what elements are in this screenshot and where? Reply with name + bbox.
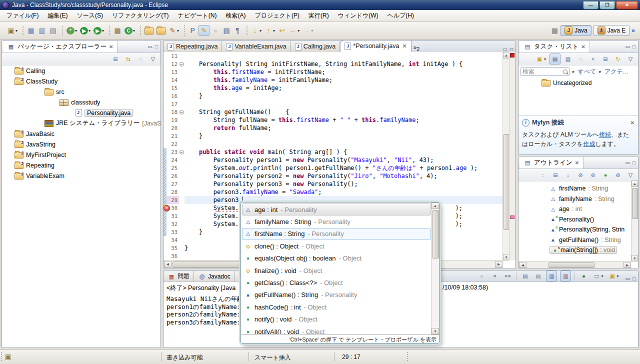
last-edit-location-icon[interactable]: ↩ bbox=[277, 26, 287, 36]
dropdown-arrow-icon[interactable]: ▾ bbox=[88, 28, 90, 33]
dropdown-arrow-icon[interactable]: ▾ bbox=[273, 28, 275, 33]
hide-static-members-icon[interactable]: ⊘ bbox=[588, 170, 598, 180]
scheduled-view-icon[interactable]: ▥ bbox=[563, 54, 573, 64]
outline-item[interactable]: ▲getFullName() : String bbox=[518, 235, 638, 246]
proposal-item[interactable]: △firstName : String - Personality bbox=[242, 228, 431, 240]
tree-item[interactable]: JVariableExam bbox=[2, 170, 160, 181]
link-with-editor-icon[interactable]: ⇆ bbox=[123, 54, 133, 64]
menu-item[interactable]: 検索(A) bbox=[221, 10, 250, 22]
tree-item[interactable]: J▲MyFirstProject bbox=[2, 150, 160, 160]
scroll-left-icon[interactable]: ◄ bbox=[519, 262, 526, 268]
view-menu-icon[interactable]: ▽ bbox=[626, 170, 636, 180]
save-icon[interactable]: ▦ bbox=[26, 26, 36, 36]
editor-tab[interactable]: JCalling.java bbox=[291, 41, 340, 52]
restore-button[interactable]: ❐ bbox=[600, 1, 615, 10]
console-tab[interactable]: @Javadoc bbox=[194, 271, 235, 282]
dropdown-arrow-icon[interactable]: ▾ bbox=[260, 28, 262, 33]
close-view-icon[interactable]: ✕ bbox=[109, 44, 113, 50]
externalize-strings-icon[interactable]: P bbox=[188, 26, 198, 36]
scroll-down-icon[interactable]: ▼ bbox=[432, 328, 439, 334]
overview-ruler[interactable] bbox=[509, 52, 516, 260]
run-external-tools-icon[interactable]: ▶▾ bbox=[92, 26, 105, 36]
focus-icon[interactable]: :: bbox=[576, 54, 586, 64]
outline-horizontal-scrollbar[interactable]: ◄ ► bbox=[518, 261, 632, 268]
package-explorer-tab[interactable]: ▦ パッケージ・エクスプローラー ✕ bbox=[3, 41, 118, 52]
javaee-perspective-button[interactable]: ♗ Java E bbox=[594, 25, 630, 36]
scroll-up-icon[interactable]: ▲ bbox=[432, 202, 439, 209]
tree-item[interactable]: JJavaBasic bbox=[2, 128, 160, 139]
show-source-icon[interactable]: ▤ bbox=[222, 26, 232, 36]
dropdown-arrow-icon[interactable]: ▾ bbox=[616, 274, 618, 278]
open-console-icon[interactable]: ▣▾ bbox=[607, 271, 620, 281]
new-java-project-icon[interactable]: ▦ bbox=[112, 26, 122, 36]
fast-view-icon[interactable]: ▣ bbox=[4, 352, 12, 360]
tree-item[interactable]: src bbox=[2, 86, 160, 97]
remove-launch-icon[interactable]: × bbox=[490, 271, 500, 281]
terminate-icon[interactable]: ■ bbox=[476, 271, 486, 281]
dropdown-arrow-icon[interactable]: ▾ bbox=[133, 28, 135, 33]
popup-scrollbar[interactable]: ▲ ▼ bbox=[431, 202, 439, 334]
mylyn-link[interactable]: 作成 bbox=[583, 140, 595, 148]
display-console-icon[interactable]: ▭▾ bbox=[592, 271, 604, 281]
proposal-item[interactable]: △familyName : String - Personality bbox=[242, 216, 431, 228]
minimize-view-icon[interactable]: ▭ bbox=[503, 46, 508, 52]
task-category-row[interactable]: Uncategorized bbox=[518, 78, 638, 88]
search-icon[interactable]: ✎▾ bbox=[168, 26, 180, 36]
new-wizard-icon[interactable]: ▣▾ bbox=[6, 26, 18, 36]
back-icon[interactable]: ←▾ bbox=[288, 26, 300, 36]
minimize-view-icon[interactable]: ▭ bbox=[626, 276, 630, 282]
menu-item[interactable]: プロジェクト(P) bbox=[250, 10, 304, 22]
java-perspective-button[interactable]: J Java bbox=[560, 25, 591, 36]
show-stdout-icon[interactable]: ▥ bbox=[546, 270, 557, 282]
categorized-view-icon[interactable]: ▤ bbox=[550, 54, 560, 64]
synchronize-icon[interactable]: ↻ bbox=[613, 54, 623, 64]
editor-tab[interactable]: JRepeating.java bbox=[164, 41, 222, 52]
show-stderr-icon[interactable]: ▥ bbox=[560, 270, 571, 282]
forward-icon[interactable]: →▾ bbox=[302, 26, 314, 36]
collapse-all-icon[interactable]: ⊟ bbox=[550, 170, 560, 180]
sort-icon[interactable]: ↓ bbox=[563, 170, 573, 180]
scrollbar-thumb[interactable] bbox=[632, 188, 638, 219]
scroll-right-icon[interactable]: ► bbox=[495, 261, 502, 268]
next-annotation-icon[interactable]: ↓▾ bbox=[250, 26, 262, 36]
collapse-all-icon[interactable]: ⊟ bbox=[600, 54, 610, 64]
print-icon[interactable]: ▤ bbox=[48, 26, 58, 36]
run-icon[interactable]: ▶▾ bbox=[79, 26, 92, 36]
scroll-up-icon[interactable]: ▲ bbox=[632, 180, 638, 187]
outline-item[interactable]: ▲cPersonality(String, Strin bbox=[518, 224, 638, 235]
scrollbar-thumb[interactable] bbox=[432, 210, 439, 258]
tree-item[interactable]: JRepeating bbox=[2, 160, 160, 170]
show-whitespace-icon[interactable]: ¶ bbox=[232, 26, 242, 36]
minimize-view-icon[interactable]: ▭ bbox=[148, 44, 152, 50]
focus-icon[interactable]: :: bbox=[136, 54, 146, 64]
outline-item[interactable]: ▲cPersonality() bbox=[518, 214, 638, 225]
proposal-item[interactable]: ●getClass() : Class<?> - Object bbox=[242, 276, 431, 288]
editor-tab-overflow[interactable]: »2 bbox=[412, 44, 422, 52]
open-perspective-icon[interactable]: ▦ bbox=[550, 26, 558, 34]
error-quickfix-icon[interactable]: × bbox=[164, 205, 170, 212]
collapse-all-icon[interactable]: ⊟ bbox=[110, 54, 120, 64]
minimize-view-icon[interactable]: ▭ bbox=[626, 44, 630, 50]
perspective-overflow-chevron[interactable]: » bbox=[632, 27, 635, 34]
menu-item[interactable]: 編集(E) bbox=[43, 10, 72, 22]
tree-item[interactable]: JClassStudy bbox=[2, 76, 160, 86]
hide-non-public-icon[interactable]: ● bbox=[600, 170, 610, 180]
scroll-right-icon[interactable]: ► bbox=[624, 262, 631, 268]
view-menu-icon[interactable]: ▽ bbox=[626, 54, 636, 64]
editor-tab[interactable]: J*Personality.java✕ bbox=[340, 40, 411, 52]
dropdown-arrow-icon[interactable]: ▾ bbox=[311, 28, 313, 33]
deactivate-task-icon[interactable]: × bbox=[588, 54, 598, 64]
previous-annotation-icon[interactable]: ↑▾ bbox=[264, 26, 276, 36]
menu-item[interactable]: ウィンドウ(W) bbox=[334, 10, 383, 22]
menu-item[interactable]: ファイル(F) bbox=[2, 10, 43, 22]
proposal-item[interactable]: ◇finalize() : void - Object bbox=[242, 264, 431, 276]
dropdown-arrow-icon[interactable]: ▾ bbox=[601, 274, 603, 278]
outline-tab[interactable]: ▤ アウトライン ✕ bbox=[520, 157, 584, 168]
maximize-view-icon[interactable]: □ bbox=[510, 46, 513, 52]
scroll-down-icon[interactable]: ▼ bbox=[632, 255, 638, 262]
proposal-item[interactable]: ◇clone() : Object - Object bbox=[242, 240, 431, 252]
open-resource-icon[interactable] bbox=[156, 26, 166, 36]
tree-item[interactable]: JCalling bbox=[2, 66, 160, 76]
outline-item[interactable]: △age : int bbox=[518, 204, 638, 214]
scroll-lock-icon[interactable]: ▤ bbox=[533, 271, 543, 281]
